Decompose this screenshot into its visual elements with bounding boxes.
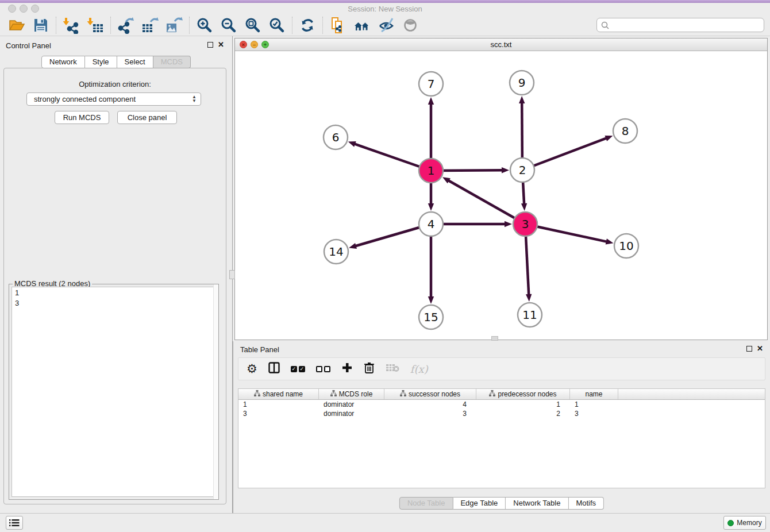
graph-node-label: 7 xyxy=(428,77,435,91)
criterion-dropdown[interactable]: strongly connected component ▲▼ xyxy=(26,92,201,106)
graph-node-label: 3 xyxy=(522,217,529,231)
tab-node-table[interactable]: Node Table xyxy=(399,497,453,510)
control-panel: Control Panel ✕ NetworkStyleSelectMCDS O… xyxy=(0,36,233,513)
columns-icon[interactable] xyxy=(268,362,280,376)
tree-icon xyxy=(489,390,495,398)
graph-node-label: 14 xyxy=(329,245,343,259)
table-cell: 3 xyxy=(570,409,618,418)
memory-button[interactable]: Memory xyxy=(723,516,766,530)
import-network-icon[interactable] xyxy=(59,16,83,34)
tree-icon xyxy=(254,390,260,398)
open-file-icon[interactable] xyxy=(5,16,29,34)
edge-arrowhead xyxy=(605,136,613,141)
graph-node-label: 4 xyxy=(428,217,435,231)
table-tabs: Node TableEdge TableNetwork TableMotifs xyxy=(399,497,604,510)
tab-network[interactable]: Network xyxy=(41,56,85,68)
mcds-result-list[interactable]: 13 xyxy=(11,287,216,497)
network-canvas[interactable]: 7968124314101511 xyxy=(235,51,767,340)
table-panel-title: Table Panel xyxy=(240,345,279,354)
graph-edge-3-1[interactable] xyxy=(448,180,525,224)
edge-arrowhead xyxy=(519,96,525,103)
tab-motifs[interactable]: Motifs xyxy=(568,497,604,510)
criterion-value: strongly connected component xyxy=(34,95,136,103)
toolbar-separator xyxy=(189,17,190,34)
edge-arrowhead xyxy=(428,97,434,105)
add-icon[interactable] xyxy=(341,362,353,376)
graph-edge-2-8[interactable] xyxy=(522,138,607,170)
tab-network-table[interactable]: Network Table xyxy=(506,497,568,510)
search-input[interactable] xyxy=(610,20,764,31)
table-cell: dominator xyxy=(319,400,384,409)
edge-arrowhead xyxy=(606,238,614,244)
mcds-panel: Optimization criterion: strongly connect… xyxy=(3,68,226,504)
function-builder-icon: f(x) xyxy=(410,363,428,375)
tab-mcds[interactable]: MCDS xyxy=(153,56,191,68)
close-table-panel-icon[interactable]: ✕ xyxy=(757,346,763,352)
float-panel-icon[interactable] xyxy=(207,42,213,48)
zoom-selected-icon[interactable] xyxy=(265,16,289,34)
graph-node-label: 10 xyxy=(619,239,633,253)
column-header[interactable]: successor nodes xyxy=(384,389,476,399)
tree-icon xyxy=(330,390,337,398)
table-cell: 1 xyxy=(570,400,618,409)
list-icon xyxy=(9,519,20,527)
edge-arrowhead xyxy=(428,203,434,211)
zoom-in-icon[interactable] xyxy=(192,16,217,34)
refresh-icon[interactable] xyxy=(295,16,319,34)
close-panel-icon[interactable]: ✕ xyxy=(218,42,224,48)
table-cell: dominator xyxy=(319,409,384,418)
split-divider-grip[interactable] xyxy=(229,270,235,279)
network-graph[interactable]: 7968124314101511 xyxy=(235,51,767,340)
delete-icon[interactable] xyxy=(364,362,375,376)
edge-arrowhead xyxy=(502,167,509,173)
network-window-titlebar[interactable]: × – + scc.txt xyxy=(235,38,767,51)
column-header-label: name xyxy=(585,390,602,398)
hide-selected-icon[interactable] xyxy=(374,16,398,34)
tab-edge-table[interactable]: Edge Table xyxy=(453,497,506,510)
node-table[interactable]: shared nameMCDS rolesuccessor nodesprede… xyxy=(238,388,765,488)
close-panel-button[interactable]: Close panel xyxy=(117,111,177,124)
delete-table-icon xyxy=(386,363,399,375)
export-network-icon[interactable] xyxy=(114,16,138,34)
toolbar-separator xyxy=(110,17,111,34)
column-header[interactable]: MCDS role xyxy=(319,389,384,399)
first-neighbors-icon[interactable] xyxy=(350,16,374,34)
table-cell: 4 xyxy=(384,400,476,409)
zoom-out-icon[interactable] xyxy=(217,16,241,34)
edge-arrowhead xyxy=(505,221,512,227)
status-bar: Memory xyxy=(0,513,770,532)
memory-label: Memory xyxy=(737,519,761,527)
toolbar-separator xyxy=(322,17,323,34)
tree-icon xyxy=(400,390,406,398)
clone-network-icon[interactable] xyxy=(326,16,350,34)
table-row[interactable]: 3dominator323 xyxy=(238,409,765,418)
gear-icon[interactable]: ⚙ xyxy=(247,362,257,376)
float-table-panel-icon[interactable] xyxy=(746,346,752,352)
task-history-button[interactable] xyxy=(6,516,23,530)
graph-node-label: 8 xyxy=(622,124,629,138)
result-scrollbar[interactable] xyxy=(213,284,218,499)
edge-arrowhead xyxy=(442,177,451,183)
table-cell: 3 xyxy=(238,409,319,418)
column-header[interactable]: predecessor nodes xyxy=(476,389,570,399)
table-row[interactable]: 1dominator411 xyxy=(238,400,765,409)
zoom-fit-icon[interactable] xyxy=(241,16,265,34)
tab-select[interactable]: Select xyxy=(117,56,153,68)
run-mcds-button[interactable]: Run MCDS xyxy=(55,111,109,124)
clear-selection-icon[interactable] xyxy=(316,366,330,372)
toolbar-separator xyxy=(292,17,292,34)
column-header[interactable]: shared name xyxy=(238,389,319,399)
show-all-icon[interactable] xyxy=(398,16,422,34)
tab-style[interactable]: Style xyxy=(85,56,117,68)
edge-arrowhead xyxy=(349,243,357,249)
save-session-icon[interactable] xyxy=(29,16,53,34)
column-header[interactable]: name xyxy=(570,389,618,399)
export-image-icon[interactable] xyxy=(162,16,186,34)
column-header-label: MCDS role xyxy=(339,390,373,398)
main-toolbar xyxy=(0,15,770,36)
export-table-icon[interactable] xyxy=(138,16,162,34)
import-table-icon[interactable] xyxy=(83,16,107,34)
table-cell: 2 xyxy=(476,409,570,418)
horizontal-divider-grip[interactable] xyxy=(491,336,498,341)
select-all-icon[interactable]: ✓✓ xyxy=(291,366,305,372)
